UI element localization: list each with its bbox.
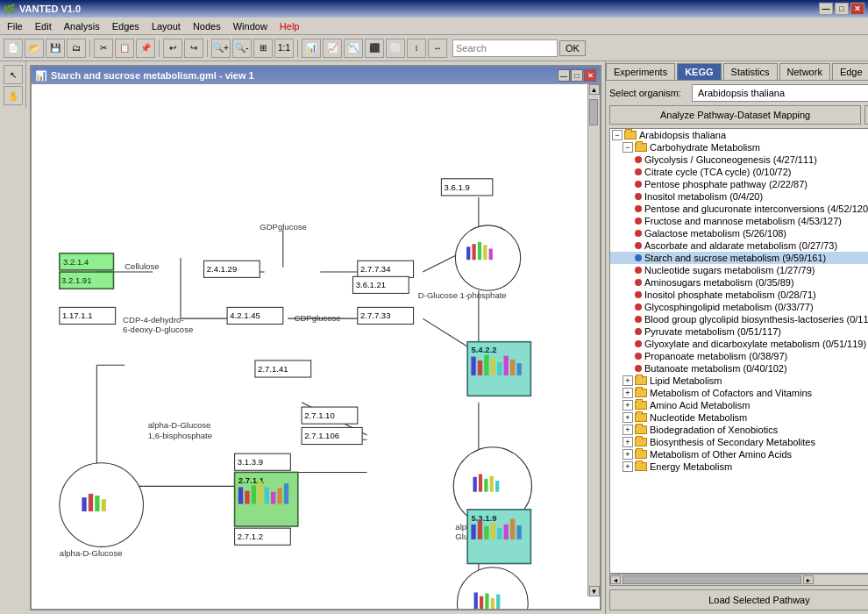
tree-starch[interactable]: Starch and sucrose metabolism (9/59/161) <box>610 252 868 264</box>
menu-layout[interactable]: Layout <box>146 19 186 33</box>
tree-amino-acid[interactable]: + Amino Acid Metabolism <box>610 399 868 411</box>
tree-expander-biosyn[interactable]: + <box>623 437 633 447</box>
node-11711[interactable]: 1.17.1.1 <box>60 307 116 324</box>
load-selected-pathway-btn[interactable]: Load Selected Pathway <box>609 589 868 610</box>
h-scrollbar[interactable]: ◄ ► <box>32 609 600 610</box>
paste-btn[interactable]: 📌 <box>136 39 155 58</box>
node-2712[interactable]: 2.7.1.2 <box>235 528 291 545</box>
graph-maximize-btn[interactable]: □ <box>571 69 583 82</box>
node-24129[interactable]: 2.4.1.29 <box>204 261 260 277</box>
node-5422[interactable]: 5.4.2.2 <box>467 342 530 396</box>
tree-expander-amino[interactable]: + <box>623 400 633 411</box>
tree-inositol-phos[interactable]: Inositol phosphate metabolism (0/28/71) <box>610 289 868 301</box>
zoom-in-btn[interactable]: 🔍+ <box>211 39 231 58</box>
save-btn[interactable]: 💾 <box>46 39 65 58</box>
tree-galactose[interactable]: Galactose metabolism (5/26/108) <box>610 227 868 239</box>
tree-hscroll[interactable]: ◄ ► <box>609 574 868 586</box>
node-27141[interactable]: 2.7.1.41 <box>255 361 311 377</box>
tree-carbohydrate[interactable]: − Carbohydrate Metabolism <box>610 141 868 154</box>
node-3619[interactable]: 3.6.1.9 <box>441 179 492 196</box>
tree-expander-nucleotide[interactable]: + <box>623 412 633 423</box>
tree-scroll-left[interactable]: ◄ <box>610 575 621 584</box>
tab-network[interactable]: Network <box>779 63 830 80</box>
reset-btn[interactable]: Reset <box>864 105 868 125</box>
layout-btn2[interactable]: ↔ <box>428 39 447 58</box>
zoom-fit-btn[interactable]: ⊞ <box>253 39 273 58</box>
node-32191[interactable]: 3.2.1.91 <box>60 272 114 289</box>
tree-scroll-right[interactable]: ► <box>803 575 814 584</box>
tree-expander-biodeg[interactable]: + <box>623 425 633 435</box>
menu-help[interactable]: Help <box>274 19 305 33</box>
hand-tool[interactable]: ✋ <box>4 86 23 105</box>
node-2711[interactable]: 2.7.1.1 <box>235 472 298 526</box>
node-42145[interactable]: 4.2.1.45 <box>227 307 283 324</box>
chart-btn1[interactable]: 📊 <box>302 39 321 58</box>
node-27733[interactable]: 2.7.7.33 <box>358 307 414 324</box>
tree-expander-cofactors[interactable]: + <box>623 388 633 398</box>
node-27110[interactable]: 2.7.1.10 <box>302 407 358 424</box>
tree-expander-other-amino[interactable]: + <box>623 449 633 460</box>
tree-aminosugars[interactable]: Aminosugars metabolism (0/35/89) <box>610 276 868 289</box>
tree-blood-group[interactable]: Blood group glycolipid biosynthesis-lact… <box>610 313 868 325</box>
chart-btn3[interactable]: 📉 <box>344 39 363 58</box>
tab-edge[interactable]: Edge <box>832 63 868 80</box>
tree-expander-carbohydrate[interactable]: − <box>623 142 633 153</box>
maximize-button[interactable]: □ <box>835 3 849 15</box>
node-36121[interactable]: 3.6.1.21 <box>352 276 409 293</box>
search-ok-button[interactable]: OK <box>559 40 586 56</box>
minimize-button[interactable]: — <box>819 3 833 15</box>
tree-pentose[interactable]: Pentose phosphate pathway (2/22/87) <box>610 178 868 190</box>
tree-hscroll-thumb[interactable] <box>623 575 801 584</box>
tree-energy[interactable]: + Energy Metabolism <box>610 460 868 473</box>
pointer-tool[interactable]: ↖ <box>4 65 23 84</box>
tree-fructose[interactable]: Fructose and mannose metabolism (4/53/12… <box>610 215 868 227</box>
tree-glycosphingo[interactable]: Glycosphingolipid metabolism (0/33/77) <box>610 301 868 313</box>
tree-nucleotide-sugars[interactable]: Nucleotide sugars metabolism (1/27/79) <box>610 264 868 276</box>
tree-biodeg[interactable]: + Biodegradation of Xenobiotics <box>610 424 868 436</box>
graph-close-btn[interactable]: ✕ <box>584 69 596 82</box>
tree-citrate[interactable]: Citrate cycle (TCA cycle) (0/10/72) <box>610 166 868 178</box>
tree-glycolysis[interactable]: Glycolysis / Gluconeogenesis (4/27/111) <box>610 154 868 166</box>
analyze-btn[interactable]: Analyze Pathway-Dataset Mapping <box>609 105 861 125</box>
tree-inositol[interactable]: Inositol metabolism (0/4/20) <box>610 190 868 203</box>
pathway-tree[interactable]: − Arabidopsis thaliana − Carbohydrate Me… <box>609 128 868 574</box>
tree-lipid[interactable]: + Lipid Metabolism <box>610 375 868 387</box>
tree-butanoate[interactable]: Butanoate metabolism (0/40/102) <box>610 362 868 375</box>
menu-file[interactable]: File <box>2 19 28 33</box>
menu-edges[interactable]: Edges <box>107 19 145 33</box>
tree-ascorbate[interactable]: Ascorbate and aldarate metabolism (0/27/… <box>610 239 868 252</box>
tree-root[interactable]: − Arabidopsis thaliana <box>610 129 868 141</box>
node-5319[interactable]: 5.3.1.9 <box>467 510 530 564</box>
open-btn[interactable]: 📂 <box>25 39 44 58</box>
chart-btn5[interactable]: ⬜ <box>386 39 405 58</box>
tree-propanoate[interactable]: Propanoate metabolism (0/38/97) <box>610 350 868 362</box>
graph-minimize-btn[interactable]: — <box>558 69 570 82</box>
tree-nucleotide-meta[interactable]: + Nucleotide Metabolism <box>610 411 868 424</box>
undo-btn[interactable]: ↩ <box>163 39 182 58</box>
zoom-100-btn[interactable]: 1:1 <box>274 39 294 58</box>
tab-kegg[interactable]: KEGG <box>677 63 721 80</box>
copy-btn[interactable]: 📋 <box>115 39 134 58</box>
tree-cofactors[interactable]: + Metabolism of Cofactors and Vitamins <box>610 387 868 399</box>
tree-other-amino[interactable]: + Metabolism of Other Amino Acids <box>610 448 868 460</box>
node-27734[interactable]: 2.7.7.34 <box>358 261 414 277</box>
node-3214[interactable]: 3.2.1.4 <box>60 253 114 270</box>
cut-btn[interactable]: ✂ <box>94 39 113 58</box>
new-btn[interactable]: 📄 <box>4 39 23 58</box>
search-input[interactable] <box>452 39 558 57</box>
scroll-left-btn[interactable]: ◄ <box>32 610 44 611</box>
graph-canvas[interactable]: ▲ ▼ <box>32 84 600 609</box>
tree-expander-energy[interactable]: + <box>623 461 633 472</box>
zoom-out-btn[interactable]: 🔍- <box>232 39 252 58</box>
organism-select[interactable]: Arabidopsis thaliana <box>692 84 868 102</box>
menu-window[interactable]: Window <box>228 19 273 33</box>
tab-statistics[interactable]: Statistics <box>723 63 778 80</box>
close-button[interactable]: ✕ <box>850 3 864 15</box>
tree-expander-root[interactable]: − <box>612 130 623 140</box>
chart-btn4[interactable]: ⬛ <box>365 39 384 58</box>
redo-btn[interactable]: ↪ <box>184 39 203 58</box>
tree-pyruvate[interactable]: Pyruvate metabolism (0/51/117) <box>610 325 868 338</box>
node-271106[interactable]: 2.7.1.106 <box>302 427 362 444</box>
tree-pentose-gluc[interactable]: Pentose and glucuronate interconversions… <box>610 203 868 215</box>
tree-biosynthesis[interactable]: + Biosynthesis of Secondary Metabolites <box>610 436 868 448</box>
